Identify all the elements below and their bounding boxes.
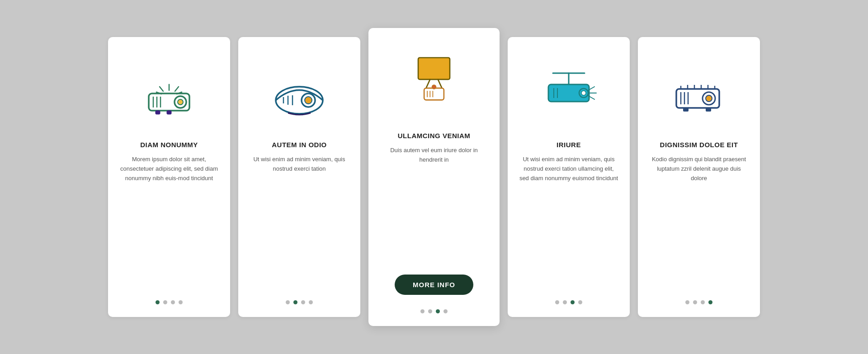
card-1: DIAM NONUMMY Morem ipsum dolor sit amet,… [108, 37, 230, 317]
card-2-text: Ut wisi enim ad minim veniam, quis nostr… [249, 155, 349, 290]
card-2: AUTEM IN ODIO Ut wisi enim ad minim veni… [238, 37, 360, 317]
card-4: IRIURE Ut wisi enim ad minim veniam, qui… [508, 37, 630, 317]
svg-point-42 [706, 95, 712, 102]
svg-rect-37 [676, 89, 719, 108]
svg-line-9 [160, 87, 163, 91]
svg-point-15 [305, 97, 312, 104]
svg-point-31 [581, 91, 586, 95]
dot[interactable] [563, 300, 567, 304]
dot[interactable] [179, 300, 183, 304]
card-5-title: DIGNISSIM DOLOE EIT [660, 141, 738, 149]
dot[interactable] [428, 309, 432, 313]
card-3: ULLAMCING VENIAM Duis autem vel eum iriu… [368, 28, 500, 326]
card-1-dots [156, 300, 183, 304]
card-4-text: Ut wisi enim ad minim veniam, quis nostr… [519, 155, 619, 290]
dot[interactable] [301, 300, 305, 304]
dot[interactable] [571, 300, 575, 304]
dot[interactable] [309, 300, 313, 304]
card-1-text: Morem ipsum dolor sit amet, consectetuer… [119, 155, 219, 290]
svg-rect-19 [418, 58, 450, 79]
card-5-text: Kodio dignissim qui blandit praesent lup… [649, 155, 749, 290]
dot[interactable] [555, 300, 559, 304]
card-3-icon [379, 42, 489, 123]
card-2-dots [286, 300, 313, 304]
card-3-dots [420, 309, 448, 313]
svg-line-10 [175, 87, 179, 91]
dot[interactable] [420, 309, 425, 313]
dot[interactable] [163, 300, 167, 304]
svg-rect-44 [706, 108, 711, 112]
card-2-title: AUTEM IN ODIO [272, 141, 327, 149]
svg-point-23 [432, 85, 436, 89]
svg-rect-7 [167, 111, 171, 114]
dot[interactable] [286, 300, 290, 304]
svg-line-20 [426, 79, 430, 88]
dot[interactable] [693, 300, 697, 304]
dot[interactable] [701, 300, 705, 304]
dot[interactable] [293, 300, 297, 304]
dot[interactable] [171, 300, 175, 304]
card-5-dots [685, 300, 712, 304]
card-3-title: ULLAMCING VENIAM [398, 132, 471, 140]
card-1-icon [119, 51, 219, 132]
card-4-title: IRIURE [557, 141, 581, 149]
svg-line-21 [438, 79, 442, 88]
dot[interactable] [578, 300, 582, 304]
card-4-icon [519, 51, 619, 132]
svg-point-2 [178, 99, 183, 105]
more-info-button[interactable]: MORE INFO [395, 275, 473, 295]
card-5-icon [649, 51, 749, 132]
dot[interactable] [156, 300, 160, 304]
svg-rect-43 [683, 108, 689, 112]
card-3-text: Duis autem vel eum iriure dolor in hendr… [379, 146, 489, 266]
card-1-title: DIAM NONUMMY [140, 141, 198, 149]
dot[interactable] [443, 309, 448, 313]
dot[interactable] [708, 300, 712, 304]
card-5: DIGNISSIM DOLOE EIT Kodio dignissim qui … [638, 37, 760, 317]
dot[interactable] [685, 300, 689, 304]
dot[interactable] [436, 309, 440, 313]
cards-container: DIAM NONUMMY Morem ipsum dolor sit amet,… [72, 1, 796, 353]
card-4-dots [555, 300, 582, 304]
svg-rect-6 [156, 111, 160, 114]
card-2-icon [249, 51, 349, 132]
